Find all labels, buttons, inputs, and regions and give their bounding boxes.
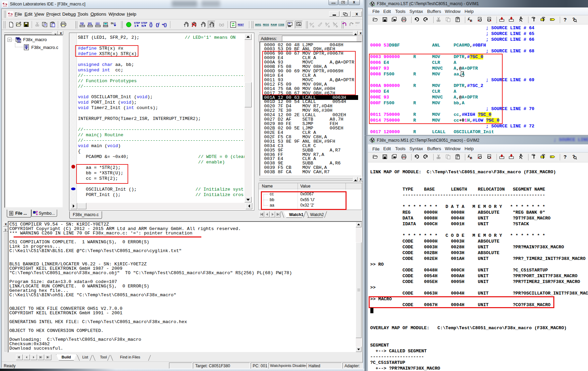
svg-text:A: A bbox=[468, 155, 470, 158]
svg-text:{}: {} bbox=[149, 22, 153, 27]
svg-text:{}: {} bbox=[156, 22, 159, 27]
svg-text:RAM: RAM bbox=[271, 23, 277, 26]
svg-text:STEP: STEP bbox=[134, 22, 140, 24]
svg-text:?: ? bbox=[564, 154, 567, 160]
svg-text:RESET: RESET bbox=[238, 23, 244, 26]
svg-text:A: A bbox=[468, 18, 470, 21]
svg-text:CODE: CODE bbox=[278, 23, 284, 26]
svg-text:STEP: STEP bbox=[141, 22, 147, 24]
svg-text:REGS: REGS bbox=[263, 23, 269, 26]
svg-text:N: N bbox=[141, 24, 144, 28]
svg-text:1: 1 bbox=[134, 24, 136, 28]
svg-text:8051: 8051 bbox=[255, 23, 261, 26]
svg-text:101: 101 bbox=[80, 22, 84, 24]
svg-text:{}: {} bbox=[164, 22, 167, 27]
svg-text:?: ? bbox=[564, 17, 567, 22]
svg-text:101: 101 bbox=[88, 22, 92, 24]
svg-text:DL: DL bbox=[111, 22, 114, 25]
